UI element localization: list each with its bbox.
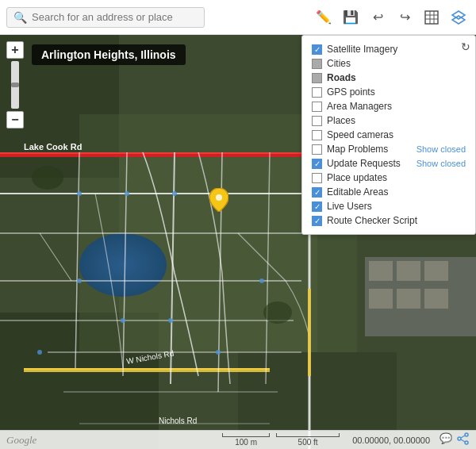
- layer-label-gps: GPS points: [327, 86, 466, 98]
- layer-label-speed-cameras: Speed cameras: [327, 129, 466, 140]
- layer-label-places: Places: [327, 115, 466, 126]
- svg-line-60: [461, 439, 465, 442]
- svg-rect-19: [424, 289, 448, 309]
- chat-icon[interactable]: 💬: [440, 432, 452, 447]
- svg-point-54: [263, 301, 292, 324]
- svg-rect-14: [369, 261, 393, 281]
- layer-checkbox-cities[interactable]: [312, 59, 322, 69]
- layer-label-place-updates: Place updates: [327, 172, 466, 183]
- svg-point-39: [77, 191, 82, 196]
- search-input[interactable]: [32, 11, 198, 23]
- layer-checkbox-live-users[interactable]: ✓: [312, 201, 322, 212]
- layer-item-roads: Roads: [312, 71, 466, 85]
- layers-toggle-icon[interactable]: [447, 6, 470, 29]
- svg-point-55: [216, 194, 222, 201]
- svg-point-43: [77, 278, 82, 283]
- layer-item-cities: Cities: [312, 56, 466, 71]
- update-requests-show-closed[interactable]: Show closed: [416, 159, 466, 168]
- svg-point-46: [216, 350, 221, 355]
- bottom-bar: Google 100 m 500 ft 00.00000, 00.00000: [0, 430, 476, 449]
- map-container[interactable]: Lake Cook Rd W Nichols Rd Nichols Rd Arl…: [0, 35, 476, 449]
- layer-checkbox-editable-areas[interactable]: ✓: [312, 187, 322, 198]
- google-logo: Google: [6, 434, 36, 447]
- layer-label-roads: Roads: [327, 72, 466, 83]
- svg-point-20: [79, 233, 167, 297]
- zoom-out-button[interactable]: −: [6, 111, 24, 129]
- svg-marker-5: [452, 11, 465, 19]
- search-box[interactable]: 🔍: [6, 7, 205, 28]
- svg-rect-18: [397, 289, 420, 309]
- layer-checkbox-roads[interactable]: [312, 73, 322, 83]
- layer-checkbox-satellite[interactable]: ✓: [312, 44, 322, 55]
- layer-label-map-problems: Map Problems: [327, 144, 409, 155]
- layer-label-area-managers: Area Managers: [327, 101, 466, 112]
- layer-item-places: Places: [312, 113, 466, 128]
- svg-rect-24: [24, 368, 270, 370]
- svg-point-44: [121, 318, 125, 323]
- layer-checkbox-places[interactable]: [312, 116, 322, 126]
- layer-label-update-requests: Update Requests: [327, 158, 409, 169]
- scale-100m-label: 100 m: [235, 438, 257, 447]
- layer-label-cities: Cities: [327, 58, 466, 69]
- svg-point-45: [168, 318, 173, 323]
- save-icon[interactable]: 💾: [340, 6, 362, 29]
- layer-checkbox-route-checker[interactable]: ✓: [312, 216, 322, 226]
- scale-bar: 100 m 500 ft: [222, 433, 340, 447]
- layer-item-area-managers: Area Managers: [312, 99, 466, 113]
- layer-item-gps: GPS points: [312, 85, 466, 99]
- layers-panel: ↻ ✓ Satellite Imagery Cities Roads: [301, 35, 476, 235]
- edit-icon[interactable]: ✏️: [313, 6, 335, 29]
- layer-checkbox-speed-cameras[interactable]: [312, 130, 322, 140]
- layer-item-map-problems: Map Problems Show closed: [312, 142, 466, 156]
- svg-point-52: [32, 166, 63, 190]
- layer-item-place-updates: Place updates: [312, 171, 466, 185]
- scale-500ft-label: 500 ft: [298, 438, 318, 447]
- svg-rect-17: [369, 289, 393, 309]
- zoom-slider-handle: [11, 83, 19, 87]
- zoom-slider[interactable]: [11, 61, 19, 109]
- svg-text:Nichols Rd: Nichols Rd: [159, 416, 197, 425]
- coordinates: 00.00000, 00.00000: [352, 436, 430, 445]
- layer-checkbox-gps[interactable]: [312, 87, 322, 98]
- location-label: Arlington Heights, Illinois: [32, 44, 186, 65]
- layer-checkbox-area-managers[interactable]: [312, 102, 322, 112]
- toolbar: 🔍 ✏️ 💾 ↩ ↪: [0, 0, 476, 35]
- undo-icon[interactable]: ↩: [367, 6, 389, 29]
- layer-item-route-checker: ✓ Route Checker Script: [312, 213, 466, 228]
- refresh-button[interactable]: ↻: [461, 40, 470, 53]
- svg-point-41: [172, 191, 177, 196]
- svg-point-57: [458, 437, 461, 440]
- layer-checkbox-map-problems[interactable]: [312, 144, 322, 155]
- toolbar-icons: ✏️ 💾 ↩ ↪: [313, 6, 470, 29]
- layer-checkbox-update-requests[interactable]: ✓: [312, 159, 322, 169]
- layer-item-editable-areas: ✓ Editable Areas: [312, 185, 466, 199]
- layer-label-route-checker: Route Checker Script: [327, 215, 466, 226]
- layer-label-satellite: Satellite Imagery: [327, 44, 466, 55]
- table-icon[interactable]: [420, 6, 443, 29]
- layer-label-live-users: Live Users: [327, 201, 466, 212]
- map-pin[interactable]: [209, 188, 228, 212]
- layer-item-update-requests: ✓ Update Requests Show closed: [312, 156, 466, 171]
- svg-point-48: [259, 278, 264, 283]
- redo-icon[interactable]: ↪: [393, 6, 416, 29]
- svg-line-59: [461, 436, 465, 438]
- zoom-controls: + −: [6, 41, 24, 129]
- svg-marker-6: [452, 16, 465, 24]
- svg-rect-16: [424, 261, 448, 281]
- zoom-in-button[interactable]: +: [6, 41, 24, 59]
- svg-rect-0: [425, 11, 438, 24]
- svg-point-58: [465, 441, 468, 444]
- share-icon[interactable]: [457, 432, 470, 447]
- layer-checkbox-place-updates[interactable]: [312, 173, 322, 183]
- layer-item-speed-cameras: Speed cameras: [312, 128, 466, 142]
- layer-item-satellite: ✓ Satellite Imagery: [312, 42, 466, 56]
- svg-rect-15: [397, 261, 420, 281]
- layers-list: ✓ Satellite Imagery Cities Roads GPS poi…: [312, 42, 466, 228]
- map-problems-show-closed[interactable]: Show closed: [416, 144, 466, 154]
- layer-item-live-users: ✓ Live Users: [312, 199, 466, 213]
- bottom-icons: 💬: [440, 432, 470, 447]
- svg-point-56: [465, 433, 468, 436]
- search-icon: 🔍: [13, 11, 27, 24]
- svg-point-47: [37, 350, 42, 355]
- svg-text:Lake Cook Rd: Lake Cook Rd: [24, 142, 82, 152]
